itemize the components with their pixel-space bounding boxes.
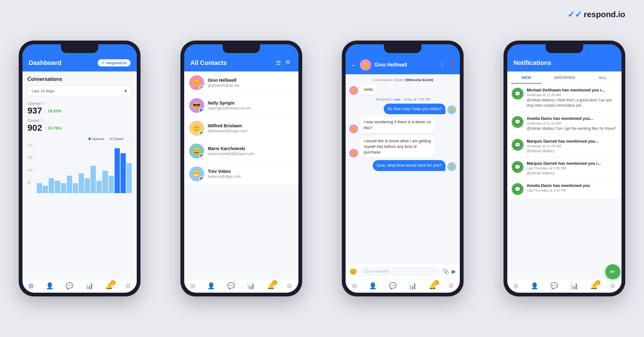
- nav-messages[interactable]: 💬: [66, 282, 73, 290]
- nav-home[interactable]: ⊞: [513, 282, 519, 290]
- chat-bottom-nav: ⊞ 👤 💬 📊 🔔 1 ⚙: [346, 279, 460, 293]
- closed-label: Closed: [27, 119, 39, 123]
- nav-notifications[interactable]: 🔔 1: [105, 282, 113, 290]
- nav-analytics[interactable]: 📊: [409, 282, 416, 290]
- dashboard-bottom-nav: ⊞ 👤 💬 📊 🔔 1 ⚙: [22, 279, 137, 293]
- emoji-icon[interactable]: 😊: [349, 268, 357, 275]
- date-selector[interactable]: Last 14 days ▼: [27, 86, 132, 96]
- search-icon[interactable]: 🔍: [285, 60, 292, 66]
- notification-item[interactable]: 💬 Marquis Darnell has mentioned you... Y…: [507, 135, 622, 157]
- notification-time: Yesterday at 11:05 AM: [527, 144, 598, 148]
- help-icon[interactable]: ❓: [448, 61, 455, 68]
- notification-content: Michael DeShawn has mentioned you i... Y…: [527, 88, 617, 108]
- dashboard-title: Dashboard: [29, 59, 61, 66]
- filter-icon[interactable]: ☰: [276, 60, 281, 66]
- notification-tabs: NEW ARCHIVED ALL: [507, 71, 622, 84]
- chart-options-icon[interactable]: ⋯: [128, 137, 132, 141]
- tab-all[interactable]: ALL: [583, 71, 622, 84]
- tab-archived[interactable]: ARCHIVED: [545, 71, 583, 84]
- nav-messages[interactable]: 💬: [227, 282, 235, 290]
- contact-info: Marni Karchowski mkarchowski5@disqus.com: [208, 146, 254, 156]
- notification-title: Amelia Davis has mentioned you...: [527, 116, 616, 121]
- contact-item[interactable]: 😎 f Nelly Sprigin nspringin2@china.com.c…: [184, 94, 298, 117]
- notification-time: Yesterday at 11:46 AM: [527, 93, 617, 97]
- contact-name: Trev Vobes: [208, 169, 241, 174]
- nav-analytics[interactable]: 📊: [570, 282, 578, 290]
- avatar: 😄 @: [189, 144, 204, 159]
- back-arrow-icon[interactable]: ←: [351, 61, 357, 69]
- contact-email: nspringin2@china.com.cn: [208, 106, 251, 110]
- nav-messages[interactable]: 💬: [550, 282, 558, 290]
- notifications-list: 💬 Michael DeShawn has mentioned you i...…: [507, 84, 622, 279]
- chat-input-field[interactable]: Gino Helliwell: [360, 266, 440, 276]
- nav-messages[interactable]: 💬: [389, 282, 397, 290]
- contact-name: Marni Karchowski: [208, 146, 254, 151]
- nav-contacts[interactable]: 👤: [531, 282, 538, 290]
- attach-icon[interactable]: 📎: [442, 268, 449, 275]
- contact-item[interactable]: 😊 W Gino Helliwell ghelliwell0@a8.net: [184, 71, 298, 94]
- nav-settings[interactable]: ⚙: [125, 282, 131, 290]
- chat-contact-avatar: 😊: [360, 59, 371, 71]
- nav-notifications[interactable]: 🔔 1: [267, 282, 275, 290]
- notification-item[interactable]: 💬 Michael DeShawn has mentioned you i...…: [507, 84, 622, 112]
- notification-item[interactable]: 💬 Amelia Davis has mentioned you Last Th…: [507, 179, 622, 199]
- contact-list: 😊 W Gino Helliwell ghelliwell0@a8.net 😎 …: [184, 71, 298, 279]
- fab-compose-button[interactable]: ✏: [605, 264, 620, 279]
- badge-check: ✓: [101, 61, 105, 65]
- settings-icon: ⚙: [448, 282, 454, 290]
- notification-title: Michael DeShawn has mentioned you i...: [527, 88, 617, 92]
- opened-value: 937: [27, 106, 42, 116]
- home-icon: ⊞: [513, 282, 519, 290]
- avatar: 😁 V: [189, 166, 204, 181]
- nav-home[interactable]: ⊞: [352, 282, 357, 290]
- contact-name: Gino Helliwell: [208, 78, 239, 83]
- chart-grid: 200 150 100 50: [27, 143, 132, 193]
- nav-settings[interactable]: ⚙: [610, 282, 616, 290]
- nav-home[interactable]: ⊞: [28, 282, 34, 290]
- sender-avatar: 😊: [349, 86, 358, 95]
- chat-input-bar: 😊 Gino Helliwell 📎 ▶: [346, 264, 460, 279]
- nav-settings[interactable]: ⚙: [287, 282, 292, 290]
- contact-item[interactable]: 😄 @ Marni Karchowski mkarchowski5@disqus…: [184, 140, 298, 163]
- notification-icon: 💬: [512, 183, 524, 195]
- notification-time: Yesterday at 11:10 AM: [527, 121, 616, 125]
- message-row: 😊 I would like to know what I am getting…: [349, 136, 456, 158]
- analytics-icon: 📊: [570, 282, 578, 290]
- nav-notifications[interactable]: 🔔 1: [429, 282, 436, 290]
- sender-avatar: 😊: [349, 125, 358, 133]
- message-bubble: Sure, what time would work for you?: [373, 160, 446, 171]
- contacts-icon: 👤: [207, 282, 215, 290]
- logo-check-icon: ✓✓: [568, 9, 582, 20]
- more-options-icon[interactable]: ⋮: [439, 61, 445, 68]
- notification-item[interactable]: 💬 Marquis Darnell has mentioned you i...…: [507, 157, 622, 179]
- message-bubble: Hi, how may I help you today?: [384, 104, 445, 114]
- platform-badge: V: [199, 176, 204, 181]
- notification-badge: 1: [434, 280, 439, 285]
- notification-content: Marquis Darnell has mentioned you i... L…: [527, 161, 601, 175]
- nav-contacts[interactable]: 👤: [369, 282, 377, 290]
- input-placeholder: Gino Helliwell: [364, 269, 389, 274]
- nav-settings[interactable]: ⚙: [448, 282, 454, 290]
- nav-contacts[interactable]: 👤: [207, 282, 215, 290]
- nav-analytics[interactable]: 📊: [247, 282, 255, 290]
- notification-badge: 1: [595, 280, 600, 285]
- analytics-icon: 📊: [86, 282, 93, 290]
- message-bubble: Hello: [360, 84, 377, 95]
- nav-notifications[interactable]: 🔔 1: [590, 282, 598, 290]
- nav-contacts[interactable]: 👤: [46, 282, 54, 290]
- contact-item[interactable]: 🙂 W Wilfred Brislawn wbrislawn3@imgur.co…: [184, 117, 298, 140]
- contact-info: Nelly Sprigin nspringin2@china.com.cn: [208, 100, 251, 110]
- tab-new[interactable]: NEW: [507, 71, 545, 84]
- notification-time: Last Thursday at 5:09 PM: [527, 166, 601, 170]
- nav-home[interactable]: ⊞: [190, 282, 195, 290]
- notification-item[interactable]: 💬 Amelia Davis has mentioned you... Yest…: [507, 112, 622, 135]
- send-icon[interactable]: ▶: [452, 268, 456, 275]
- platform-badge: W: [199, 131, 204, 136]
- top-logo: ✓✓ respond.io: [568, 9, 625, 20]
- notifications-title: Notifications: [514, 59, 551, 66]
- notch-3: [384, 44, 421, 53]
- contact-email: tvobes4@diigo.com: [208, 174, 241, 179]
- notification-icon: 💬: [512, 88, 524, 100]
- contact-item[interactable]: 😁 V Trev Vobes tvobes4@diigo.com: [184, 163, 298, 185]
- nav-analytics[interactable]: 📊: [86, 282, 93, 290]
